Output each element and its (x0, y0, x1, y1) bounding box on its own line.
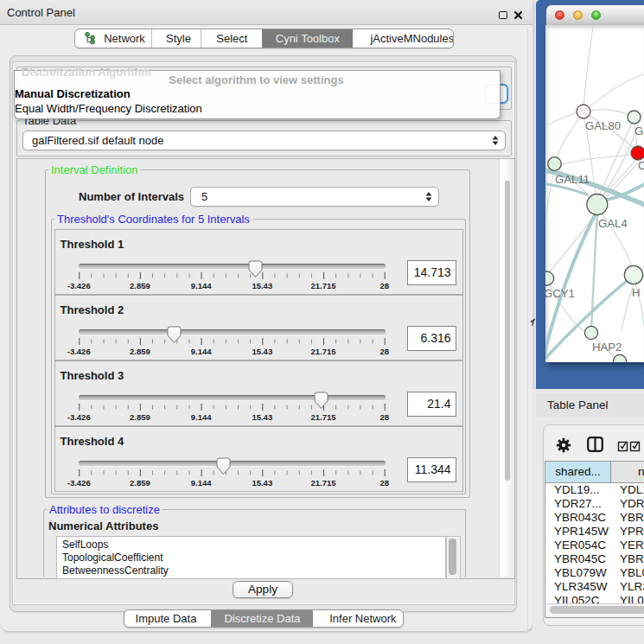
svg-text:GAL4: GAL4 (598, 217, 628, 230)
svg-text:GCY1: GCY1 (545, 287, 575, 300)
svg-text:C: C (638, 159, 644, 172)
svg-text:H: H (632, 286, 641, 299)
svg-text:GA: GA (634, 124, 644, 137)
svg-text:GAL11: GAL11 (555, 173, 590, 186)
svg-text:GAL80: GAL80 (585, 119, 621, 132)
svg-text:HAP2: HAP2 (592, 341, 622, 354)
